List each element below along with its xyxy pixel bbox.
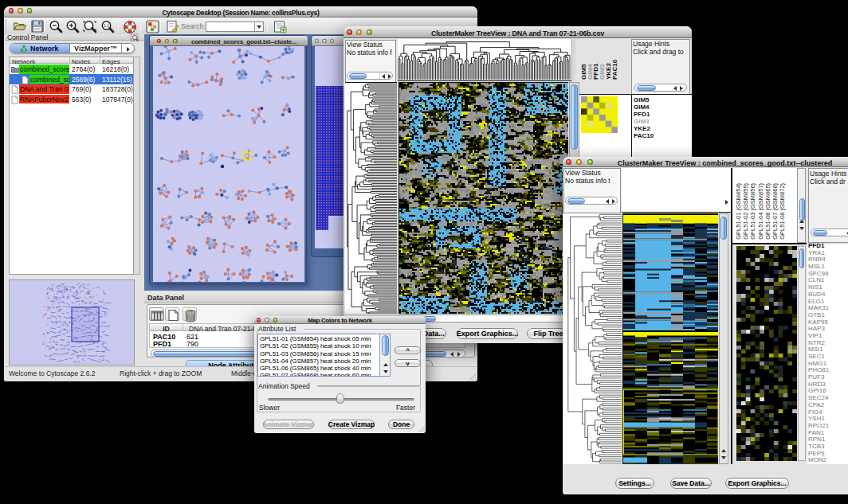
svg-text:1:1: 1:1: [104, 23, 109, 28]
